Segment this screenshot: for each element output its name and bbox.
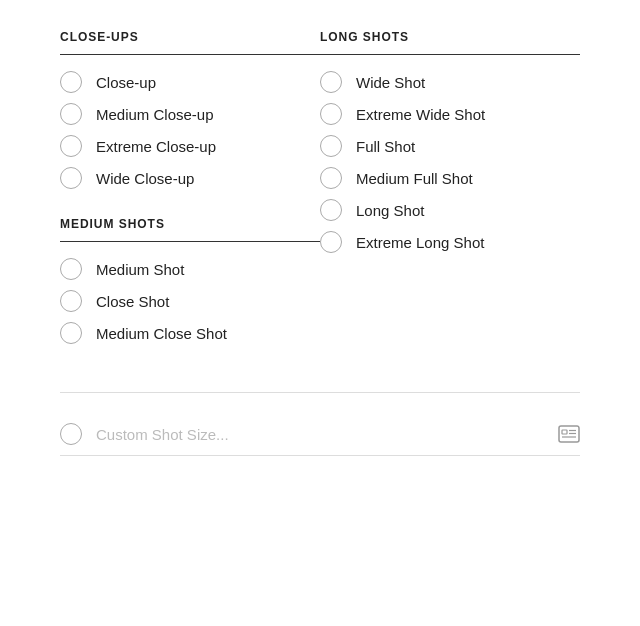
radio-full-shot[interactable] [320, 135, 342, 157]
right-column: LONG SHOTS Wide Shot Extreme Wide Shot F… [320, 30, 580, 372]
long-shots-heading: LONG SHOTS [320, 30, 580, 55]
wide-shot-label: Wide Shot [356, 74, 425, 91]
radio-wide-shot[interactable] [320, 71, 342, 93]
section-divider [60, 392, 580, 393]
closeups-heading: CLOSE-UPS [60, 30, 320, 55]
radio-custom[interactable] [60, 423, 82, 445]
radio-medium-closeup[interactable] [60, 103, 82, 125]
list-item[interactable]: Extreme Wide Shot [320, 103, 580, 125]
full-shot-label: Full Shot [356, 138, 415, 155]
list-item[interactable]: Wide Close-up [60, 167, 320, 189]
list-item[interactable]: Close Shot [60, 290, 320, 312]
medium-shot-label: Medium Shot [96, 261, 184, 278]
close-shot-label: Close Shot [96, 293, 169, 310]
list-item[interactable]: Full Shot [320, 135, 580, 157]
custom-shot-row [60, 413, 580, 456]
wide-closeup-label: Wide Close-up [96, 170, 194, 187]
medium-shots-section: MEDIUM SHOTS Medium Shot Close Shot Medi… [60, 217, 320, 344]
closeup-label: Close-up [96, 74, 156, 91]
radio-medium-shot[interactable] [60, 258, 82, 280]
radio-extreme-long-shot[interactable] [320, 231, 342, 253]
custom-shot-input[interactable] [96, 426, 544, 443]
radio-medium-close-shot[interactable] [60, 322, 82, 344]
list-item[interactable]: Extreme Long Shot [320, 231, 580, 253]
list-item[interactable]: Medium Close Shot [60, 322, 320, 344]
card-icon [558, 425, 580, 443]
closeups-list: Close-up Medium Close-up Extreme Close-u… [60, 71, 320, 189]
list-item[interactable]: Close-up [60, 71, 320, 93]
list-item[interactable]: Extreme Close-up [60, 135, 320, 157]
medium-shots-list: Medium Shot Close Shot Medium Close Shot [60, 258, 320, 344]
left-column: CLOSE-UPS Close-up Medium Close-up Extre… [60, 30, 320, 372]
radio-extreme-closeup[interactable] [60, 135, 82, 157]
medium-full-shot-label: Medium Full Shot [356, 170, 473, 187]
radio-wide-closeup[interactable] [60, 167, 82, 189]
list-item[interactable]: Medium Full Shot [320, 167, 580, 189]
medium-close-shot-label: Medium Close Shot [96, 325, 227, 342]
radio-closeup[interactable] [60, 71, 82, 93]
list-item[interactable]: Medium Close-up [60, 103, 320, 125]
radio-medium-full-shot[interactable] [320, 167, 342, 189]
list-item[interactable]: Medium Shot [60, 258, 320, 280]
extreme-closeup-label: Extreme Close-up [96, 138, 216, 155]
main-container: CLOSE-UPS Close-up Medium Close-up Extre… [0, 0, 640, 486]
svg-rect-1 [562, 430, 567, 434]
columns-layout: CLOSE-UPS Close-up Medium Close-up Extre… [60, 30, 580, 372]
extreme-long-shot-label: Extreme Long Shot [356, 234, 484, 251]
radio-long-shot[interactable] [320, 199, 342, 221]
long-shot-label: Long Shot [356, 202, 424, 219]
radio-extreme-wide-shot[interactable] [320, 103, 342, 125]
long-shots-list: Wide Shot Extreme Wide Shot Full Shot Me… [320, 71, 580, 253]
extreme-wide-shot-label: Extreme Wide Shot [356, 106, 485, 123]
list-item[interactable]: Long Shot [320, 199, 580, 221]
list-item[interactable]: Wide Shot [320, 71, 580, 93]
medium-closeup-label: Medium Close-up [96, 106, 214, 123]
medium-shots-heading: MEDIUM SHOTS [60, 217, 320, 242]
radio-close-shot[interactable] [60, 290, 82, 312]
